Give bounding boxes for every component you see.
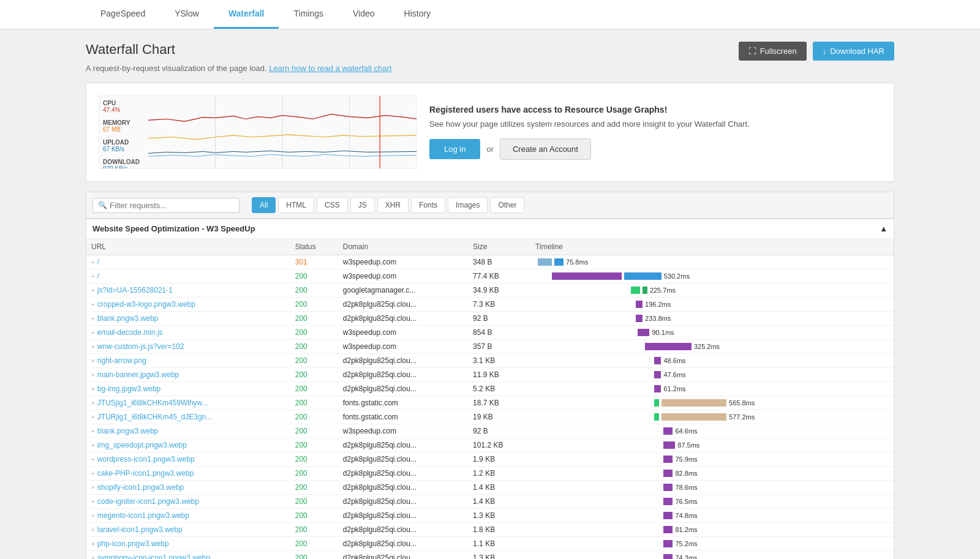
size-cell: 92 B [468,312,530,326]
tab-waterfall[interactable]: Waterfall [214,0,279,29]
url-cell[interactable]: +laravel-icon1.pngw3.webp [86,523,290,537]
promo-description: See how your page utilizes system resour… [429,119,881,129]
bar-segment [663,512,673,519]
cpu-label: CPU 47.4% [103,100,140,113]
bar-segment [663,498,673,505]
search-input[interactable] [110,201,234,210]
filter-css-button[interactable]: CSS [317,197,348,213]
filter-all-button[interactable]: All [252,197,276,213]
domain-cell: d2pk8plgu825qi.clou... [338,312,468,326]
bar-segment [654,413,659,421]
url-expand-icon: + [91,484,95,491]
filter-fonts-button[interactable]: Fonts [411,197,445,213]
url-cell[interactable]: +symphony-icon-icon1.pngw3.webp [86,551,290,560]
size-cell: 357 B [468,340,530,354]
url-cell[interactable]: +/ [86,255,290,269]
memory-label: MEMORY 67 MB [103,119,140,133]
url-cell[interactable]: +email-decode.min.js [86,326,290,340]
resource-graph-box: CPU 47.4% MEMORY 67 MB UPLOAD 67 KB/s DO… [86,83,894,182]
create-account-button[interactable]: Create an Account [500,138,591,160]
timeline-cell: 565.8ms [530,396,894,410]
download-icon: ↓ [823,47,827,56]
timeline-cell: 75.8ms [530,255,894,269]
timeline-bar-wrap: 75.2ms [535,540,889,547]
tab-timings[interactable]: Timings [279,0,338,29]
url-cell[interactable]: +code-igniter-icon1.pngw3.webp [86,495,290,509]
status-cell: 200 [290,382,338,396]
filter-js-button[interactable]: JS [350,197,375,213]
size-cell: 1.3 KB [468,551,530,560]
status-cell: 200 [290,298,338,312]
url-cell[interactable]: +shopify-icon1.pngw3.webp [86,481,290,495]
domain-cell: d2pk8plgu825qi.clou... [338,368,468,382]
fullscreen-button[interactable]: ⛶ Fullscreen [739,42,807,61]
learn-link[interactable]: Learn how to read a waterfall chart [269,64,391,73]
size-cell: 3.1 KB [468,354,530,368]
size-cell: 19 KB [468,410,530,424]
bar-segment [552,272,622,280]
url-expand-icon: + [91,541,95,547]
bar-segment [645,343,692,350]
table-row: +php-icon.pngw3.webp200d2pk8plgu825qi.cl… [86,537,894,551]
url-cell[interactable]: +main-banner.jpgw3.webp [86,368,290,382]
url-cell[interactable]: +blank.pngw3.webp [86,312,290,326]
url-cell[interactable]: +blank.pngw3.webp [86,424,290,438]
url-cell[interactable]: +wnw-custom-js.js?ver=102 [86,340,290,354]
url-cell[interactable]: +JTURjlg1_i6t8kCHKm45_dJE3gn... [86,410,290,424]
domain-cell: d2pk8plgu825qi.clou... [338,495,468,509]
url-cell[interactable]: +js?id=UA-155628021-1 [86,283,290,298]
size-cell: 92 B [468,424,530,438]
timeline-bar-wrap: 233.8ms [535,315,889,322]
domain-cell: w3speedup.com [338,424,468,438]
bar-segment [662,399,726,407]
timeline-bar-wrap: 64.6ms [535,427,889,435]
url-cell[interactable]: +cake-PHP-icon1.pngw3.webp [86,467,290,481]
collapse-icon[interactable]: ▲ [880,224,888,233]
filter-xhr-button[interactable]: XHR [377,197,409,213]
url-cell[interactable]: +bg-img.jpgw3.webp [86,382,290,396]
domain-cell: w3speedup.com [338,340,468,354]
timeline-cell: 87.5ms [530,438,894,452]
bar-segment [663,526,673,533]
tab-history[interactable]: History [390,0,446,29]
download-har-button[interactable]: ↓ Download HAR [813,42,894,61]
tab-yslow[interactable]: YSlow [160,0,214,29]
domain-cell: googletagmanager.c... [338,283,468,298]
timeline-cell: 74.8ms [530,509,894,523]
time-label: 225.7ms [650,287,676,294]
time-label: 196.2ms [645,301,671,308]
time-label: 47.6ms [663,371,685,378]
table-row: +blank.pngw3.webp200d2pk8plgu825qi.clou.… [86,312,894,326]
timeline-cell: 64.6ms [530,424,894,438]
bar-segment [638,329,649,336]
url-cell[interactable]: +megento-icon1.pngw3.webp [86,509,290,523]
status-cell: 200 [290,551,338,560]
url-cell[interactable]: +JTUSjlg1_i6t8kCHKm459Wlhyw... [86,396,290,410]
filter-html-button[interactable]: HTML [278,197,314,213]
time-label: 64.6ms [675,427,697,435]
url-expand-icon: + [91,456,95,463]
table-row: +JTURjlg1_i6t8kCHKm45_dJE3gn...200fonts.… [86,410,894,424]
login-button[interactable]: Log in [429,139,480,159]
domain-cell: d2pk8plgu825qi.clou... [338,523,468,537]
url-cell[interactable]: +cropped-w3-logo.pngw3.webp [86,298,290,312]
size-cell: 1.3 KB [468,509,530,523]
url-expand-icon: + [91,428,95,435]
url-expand-icon: + [91,414,95,421]
url-cell[interactable]: +wordpress-icon1.pngw3.webp [86,452,290,467]
bar-segment [624,272,662,280]
filter-images-button[interactable]: Images [448,197,488,213]
url-cell[interactable]: +/ [86,269,290,283]
or-text: or [486,144,494,154]
size-cell: 7.3 KB [468,298,530,312]
bar-segment [654,385,661,392]
url-cell[interactable]: +php-icon.pngw3.webp [86,537,290,551]
status-cell: 200 [290,396,338,410]
tab-pagespeed[interactable]: PageSpeed [86,0,160,29]
tab-video[interactable]: Video [338,0,390,29]
time-label: 82.8ms [675,470,697,477]
status-cell: 200 [290,467,338,481]
url-cell[interactable]: +img_speedopt.pngw3.webp [86,438,290,452]
url-cell[interactable]: +right-arrow.png [86,354,290,368]
filter-other-button[interactable]: Other [490,197,524,213]
